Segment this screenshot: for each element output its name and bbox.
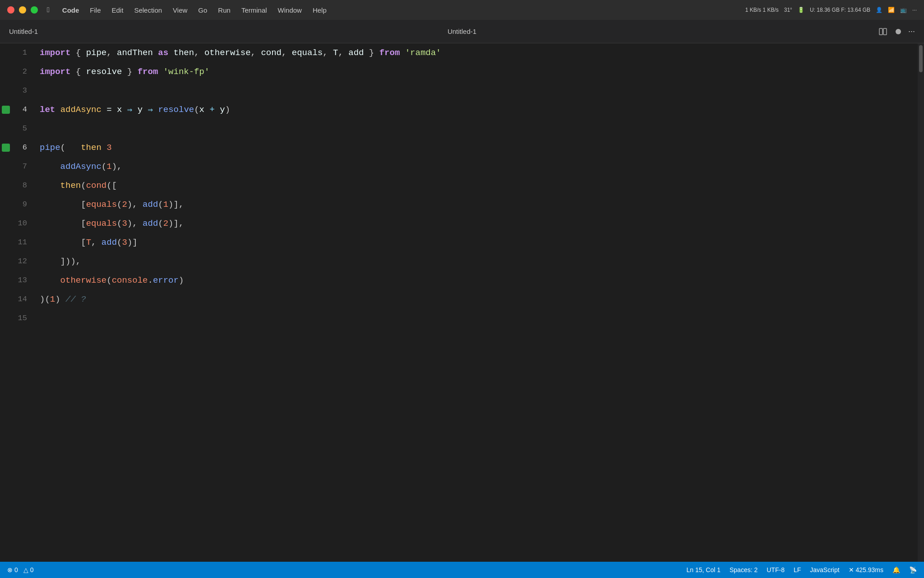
warning-icon: △	[23, 566, 28, 573]
token: resolve	[86, 67, 122, 77]
line-number-7: 7	[23, 157, 27, 176]
line-number-4: 4	[23, 100, 27, 119]
warning-number: 0	[30, 566, 34, 573]
profile-icon[interactable]: 👤	[876, 7, 882, 13]
table-row: 5	[0, 119, 924, 138]
table-row: 11 [T, add(3)]	[0, 233, 924, 252]
table-row: 2 import { resolve } from 'wink-fp'	[0, 62, 924, 81]
token: )],	[168, 200, 184, 210]
encoding[interactable]: UTF-8	[767, 566, 785, 573]
token: {	[70, 67, 86, 77]
battery-icon: 🔋	[798, 7, 804, 13]
menu-file[interactable]: File	[85, 5, 105, 16]
token: pipe	[40, 143, 60, 153]
token: x	[199, 105, 204, 115]
token: ),	[127, 219, 143, 228]
token: ,	[323, 48, 333, 58]
code-editor[interactable]: 1 import { pipe, andThen as then, otherw…	[0, 43, 924, 562]
table-row: 14 )(1) // ?	[0, 290, 924, 309]
token: otherwise	[60, 275, 107, 285]
token: .	[148, 275, 152, 285]
menu-run[interactable]: Run	[213, 5, 235, 16]
line-gutter-3: 3	[0, 81, 32, 100]
token: // ?	[65, 294, 86, 304]
line-gutter-14: 14	[0, 290, 32, 309]
token: )],	[168, 219, 184, 228]
bell-icon[interactable]: 🔔	[892, 566, 900, 573]
token	[40, 256, 60, 266]
line-number-2: 2	[23, 62, 27, 81]
broadcast-icon[interactable]: 📡	[909, 566, 917, 573]
token: T	[86, 238, 91, 247]
token: addAsync	[60, 162, 102, 172]
line-number-6: 6	[23, 138, 27, 157]
token: )]	[127, 238, 138, 247]
line-number-12: 12	[18, 252, 27, 271]
line-gutter-1: 1	[0, 43, 32, 62]
token: [	[81, 200, 86, 210]
line-number-15: 15	[18, 309, 27, 328]
code-line-6: pipe( then 3	[32, 138, 112, 157]
editor-container: 1 import { pipe, andThen as then, otherw…	[0, 43, 924, 562]
eol[interactable]: LF	[794, 566, 801, 573]
code-line-3	[32, 81, 40, 100]
menu-selection[interactable]: Selection	[129, 5, 166, 16]
scrollbar-thumb[interactable]	[919, 45, 923, 72]
line-gutter-7: 7	[0, 157, 32, 176]
token	[400, 48, 405, 58]
code-line-14: )(1) // ?	[32, 290, 86, 309]
storage-stats: U: 18.36 GB F: 13.64 GB	[810, 7, 870, 13]
token	[158, 67, 163, 77]
more-icon[interactable]: ···	[912, 7, 917, 13]
token: 3	[106, 143, 111, 153]
line-gutter-10: 10	[0, 214, 32, 233]
menu-go[interactable]: Go	[194, 5, 212, 16]
tab-label[interactable]: Untitled-1	[9, 28, 38, 35]
token: pipe	[86, 48, 107, 58]
token	[40, 238, 81, 247]
token: equals	[292, 48, 323, 58]
token: ,	[106, 48, 117, 58]
indentation[interactable]: Spaces: 2	[730, 566, 758, 573]
maximize-button[interactable]	[31, 6, 38, 14]
split-editor-icon[interactable]	[878, 26, 888, 37]
line-number-5: 5	[23, 119, 27, 138]
token: )	[225, 105, 230, 115]
status-bar-left: ⊗ 0 △ 0	[7, 566, 34, 573]
token: (	[102, 162, 106, 172]
menu-edit[interactable]: Edit	[107, 5, 128, 16]
token: (	[158, 219, 163, 228]
token: add	[102, 238, 117, 247]
token: then	[81, 143, 102, 153]
table-row: 4 let addAsync = x ⇒ y ⇒ resolve(x + y)	[0, 100, 924, 119]
menu-code[interactable]: Code	[58, 5, 84, 16]
menu-window[interactable]: Window	[273, 5, 306, 16]
more-options-button[interactable]: ···	[908, 27, 915, 36]
token: }	[364, 48, 379, 58]
token: }	[122, 67, 137, 77]
token: 'wink-fp'	[163, 67, 210, 77]
errors-count[interactable]: ⊗ 0 △ 0	[7, 566, 34, 573]
status-bar-right: Ln 15, Col 1 Spaces: 2 UTF-8 LF JavaScri…	[686, 566, 917, 573]
breakpoint-4	[2, 106, 10, 114]
vertical-scrollbar[interactable]	[918, 43, 924, 562]
menu-help[interactable]: Help	[308, 5, 331, 16]
token: y	[220, 105, 225, 115]
code-line-8: then(cond([	[32, 176, 117, 195]
close-button[interactable]	[7, 6, 14, 14]
minimize-button[interactable]	[19, 6, 26, 14]
temperature: 31°	[784, 7, 792, 13]
line-number-11: 11	[18, 233, 27, 252]
menu-terminal[interactable]: Terminal	[237, 5, 272, 16]
token: resolve	[158, 105, 194, 115]
token: from	[379, 48, 400, 58]
token: 3	[122, 238, 127, 247]
apple-icon[interactable]: 	[47, 6, 50, 14]
airplay-icon: 📺	[900, 7, 907, 13]
language-mode[interactable]: JavaScript	[810, 566, 839, 573]
svg-rect-0	[879, 28, 882, 35]
token: [	[81, 238, 86, 247]
cursor-position[interactable]: Ln 15, Col 1	[686, 566, 721, 573]
menu-view[interactable]: View	[168, 5, 192, 16]
code-line-13: otherwise(console.error)	[32, 271, 184, 290]
